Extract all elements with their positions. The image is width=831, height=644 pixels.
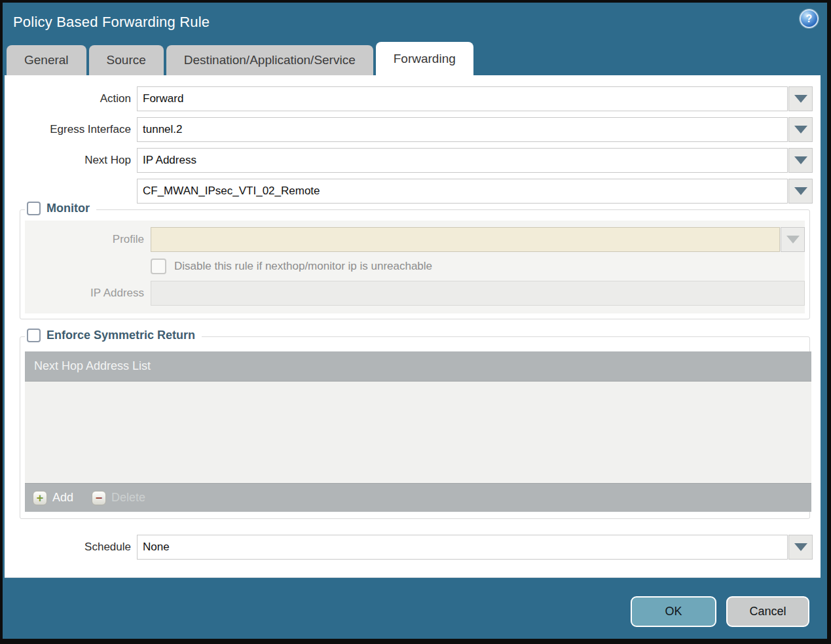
help-glyph: ? bbox=[806, 13, 813, 25]
tab-general-label: General bbox=[24, 53, 69, 67]
forwarding-tab-panel: Action Egress Interface Next Hop bbox=[5, 75, 821, 578]
schedule-combo bbox=[137, 535, 813, 560]
plus-icon: + bbox=[33, 491, 47, 505]
tab-destination-application-service[interactable]: Destination/Application/Service bbox=[166, 45, 373, 75]
next-hop-row: Next Hop bbox=[5, 148, 821, 173]
delete-button-label: Delete bbox=[111, 491, 145, 505]
disable-rule-checkbox bbox=[151, 259, 166, 274]
pbf-rule-dialog: Policy Based Forwarding Rule ? General S… bbox=[0, 0, 831, 644]
egress-interface-input[interactable] bbox=[137, 117, 788, 142]
next-hop-address-combo bbox=[137, 179, 813, 204]
add-button[interactable]: + Add bbox=[33, 491, 73, 505]
next-hop-address-input[interactable] bbox=[137, 179, 788, 204]
disable-rule-label: Disable this rule if nexthop/monitor ip … bbox=[174, 260, 432, 273]
monitor-ip-label: IP Address bbox=[25, 287, 151, 300]
symmetric-return-legend: Enforce Symmetric Return bbox=[25, 329, 202, 342]
action-label: Action bbox=[5, 92, 137, 105]
next-hop-address-dropdown-trigger[interactable] bbox=[788, 179, 813, 204]
cancel-button[interactable]: Cancel bbox=[726, 596, 809, 627]
tab-forwarding-label: Forwarding bbox=[394, 52, 456, 66]
egress-interface-dropdown-trigger[interactable] bbox=[788, 117, 813, 142]
dialog-title: Policy Based Forwarding Rule bbox=[13, 14, 210, 31]
ok-button[interactable]: OK bbox=[631, 596, 716, 627]
next-hop-address-table-header: Next Hop Address List bbox=[25, 351, 811, 382]
monitor-legend: Monitor bbox=[25, 202, 96, 215]
help-icon[interactable]: ? bbox=[800, 9, 819, 28]
monitor-fieldset: Monitor Profile Disable this rule if nex… bbox=[20, 209, 810, 319]
cancel-button-label: Cancel bbox=[749, 605, 786, 618]
disable-rule-row: Disable this rule if nexthop/monitor ip … bbox=[151, 259, 805, 274]
action-input[interactable] bbox=[137, 86, 788, 111]
next-hop-address-list-header-label: Next Hop Address List bbox=[34, 359, 151, 373]
next-hop-address-row bbox=[5, 179, 821, 204]
egress-interface-combo bbox=[137, 117, 813, 142]
chevron-down-icon bbox=[786, 236, 800, 243]
symmetric-return-checkbox[interactable] bbox=[27, 329, 41, 342]
delete-button[interactable]: − Delete bbox=[92, 491, 145, 505]
chevron-down-icon bbox=[794, 187, 807, 195]
schedule-row: Schedule bbox=[5, 535, 821, 560]
monitor-checkbox[interactable] bbox=[27, 202, 41, 215]
ok-button-label: OK bbox=[665, 605, 682, 618]
schedule-label: Schedule bbox=[5, 541, 137, 554]
chevron-down-icon bbox=[794, 126, 807, 134]
add-button-label: Add bbox=[52, 491, 73, 505]
egress-interface-row: Egress Interface bbox=[5, 117, 821, 142]
symmetric-return-fieldset: Enforce Symmetric Return Next Hop Addres… bbox=[20, 336, 810, 519]
monitor-ip-row: IP Address bbox=[25, 281, 805, 306]
minus-icon: − bbox=[92, 491, 106, 505]
next-hop-combo bbox=[137, 148, 813, 173]
symmetric-return-legend-label: Enforce Symmetric Return bbox=[46, 329, 195, 342]
tab-destination-label: Destination/Application/Service bbox=[184, 53, 356, 67]
egress-interface-label: Egress Interface bbox=[5, 123, 137, 136]
next-hop-label: Next Hop bbox=[5, 154, 137, 167]
chevron-down-icon bbox=[794, 543, 807, 551]
monitor-ip-input bbox=[151, 281, 805, 306]
profile-row: Profile bbox=[25, 227, 805, 252]
tab-general[interactable]: General bbox=[7, 45, 86, 75]
tab-forwarding[interactable]: Forwarding bbox=[376, 42, 473, 75]
dialog-titlebar: Policy Based Forwarding Rule ? bbox=[3, 3, 827, 42]
chevron-down-icon bbox=[794, 156, 807, 164]
action-dropdown-trigger[interactable] bbox=[788, 86, 813, 111]
action-row: Action bbox=[5, 86, 821, 111]
tab-source-label: Source bbox=[107, 53, 146, 67]
profile-dropdown-trigger bbox=[781, 227, 805, 252]
schedule-input[interactable] bbox=[137, 535, 788, 560]
tab-source[interactable]: Source bbox=[89, 45, 164, 75]
dialog-footer: OK Cancel bbox=[631, 596, 809, 627]
next-hop-address-table: Next Hop Address List + Add − Delete bbox=[25, 351, 811, 512]
profile-label: Profile bbox=[25, 233, 151, 246]
tab-bar: General Source Destination/Application/S… bbox=[3, 42, 827, 75]
monitor-legend-label: Monitor bbox=[46, 202, 90, 215]
next-hop-dropdown-trigger[interactable] bbox=[788, 148, 813, 173]
profile-input bbox=[151, 227, 780, 252]
schedule-dropdown-trigger[interactable] bbox=[788, 535, 813, 560]
next-hop-type-input[interactable] bbox=[137, 148, 788, 173]
monitor-panel: Profile Disable this rule if nexthop/mon… bbox=[25, 221, 805, 313]
chevron-down-icon bbox=[794, 95, 807, 103]
action-combo bbox=[137, 86, 813, 111]
next-hop-address-table-body[interactable] bbox=[25, 382, 811, 483]
next-hop-address-table-toolbar: + Add − Delete bbox=[25, 483, 811, 512]
